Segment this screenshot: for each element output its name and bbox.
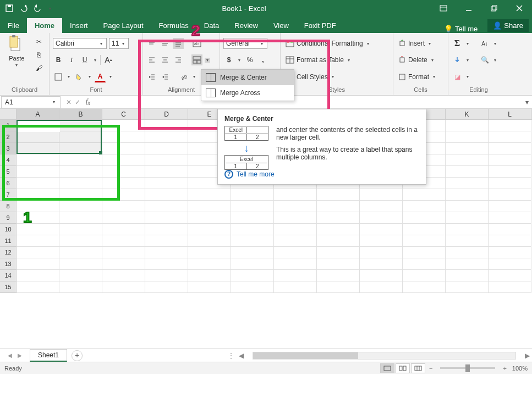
row-header-7[interactable]: 7	[0, 189, 17, 201]
cell-D2[interactable]	[145, 131, 188, 143]
row-header-10[interactable]: 10	[0, 224, 17, 235]
col-header-C[interactable]: C	[102, 109, 145, 119]
underline-button[interactable]: U	[79, 54, 90, 65]
decrease-indent-icon[interactable]	[146, 71, 157, 82]
cell-C3[interactable]	[102, 143, 145, 154]
cell-H8[interactable]	[317, 201, 360, 212]
tab-home[interactable]: Home	[27, 18, 62, 33]
cell-I8[interactable]	[360, 201, 403, 212]
cell-F10[interactable]	[231, 224, 274, 235]
cell-J13[interactable]	[403, 258, 446, 270]
cell-A3[interactable]	[17, 143, 59, 154]
cell-G12[interactable]	[274, 247, 317, 258]
cell-H14[interactable]	[317, 270, 360, 281]
align-top-icon[interactable]	[146, 38, 157, 49]
col-header-D[interactable]: D	[145, 109, 188, 119]
zoom-thumb[interactable]	[465, 364, 470, 372]
number-format-select[interactable]: General▾	[223, 38, 267, 49]
cell-B13[interactable]	[59, 258, 102, 270]
cell-L8[interactable]	[489, 201, 531, 212]
cell-I14[interactable]	[360, 270, 403, 281]
cell-B12[interactable]	[59, 247, 102, 258]
orientation-icon[interactable]: ab	[178, 71, 189, 82]
font-name-select[interactable]: Calibri▾	[53, 38, 107, 49]
col-header-L[interactable]: L	[489, 109, 531, 119]
cell-K1[interactable]	[446, 120, 489, 131]
cell-B1[interactable]	[59, 120, 102, 131]
row-header-13[interactable]: 13	[0, 258, 17, 270]
align-bottom-icon[interactable]	[173, 38, 184, 49]
cell-styles-button[interactable]: Cell Styles▾	[284, 71, 390, 82]
tab-page-layout[interactable]: Page Layout	[96, 18, 151, 33]
cell-I9[interactable]	[360, 212, 403, 224]
cell-D3[interactable]	[145, 143, 188, 154]
cell-L1[interactable]	[489, 120, 531, 131]
cell-L13[interactable]	[489, 258, 531, 270]
row-header-4[interactable]: 4	[0, 154, 17, 166]
clear-icon[interactable]: ◪	[452, 71, 463, 82]
merge-center-button[interactable]	[191, 54, 202, 65]
cell-H7[interactable]	[317, 189, 360, 201]
col-header-K[interactable]: K	[446, 109, 489, 119]
row-header-15[interactable]: 15	[0, 281, 17, 293]
cell-C6[interactable]	[102, 178, 145, 189]
cell-C2[interactable]	[102, 131, 145, 143]
percent-format-icon[interactable]: %	[244, 54, 255, 65]
cell-K3[interactable]	[446, 143, 489, 154]
maximize-icon[interactable]	[481, 0, 507, 16]
sort-filter-icon[interactable]: A↓	[479, 38, 490, 49]
cell-L15[interactable]	[489, 281, 531, 293]
undo-icon[interactable]	[19, 3, 29, 13]
accounting-format-icon[interactable]: $	[223, 54, 234, 65]
cell-C1[interactable]	[102, 120, 145, 131]
cell-A6[interactable]	[17, 178, 59, 189]
cell-A1[interactable]	[17, 120, 59, 131]
cell-E13[interactable]	[188, 258, 231, 270]
cell-D7[interactable]	[145, 189, 188, 201]
fx-icon[interactable]: fx	[86, 97, 94, 106]
cell-I10[interactable]	[360, 224, 403, 235]
increase-font-icon[interactable]: A▴	[103, 54, 114, 65]
cell-A13[interactable]	[17, 258, 59, 270]
normal-view-icon[interactable]	[380, 363, 394, 373]
cell-H11[interactable]	[317, 235, 360, 247]
cell-A4[interactable]	[17, 154, 59, 166]
sort-filter-dropdown[interactable]: ▾	[492, 41, 498, 46]
format-painter-icon[interactable]: 🖌	[34, 63, 45, 74]
align-right-icon[interactable]	[173, 54, 184, 65]
cell-F9[interactable]	[231, 212, 274, 224]
cell-L2[interactable]	[489, 131, 531, 143]
copy-icon[interactable]: ⎘	[34, 49, 45, 60]
cell-L4[interactable]	[489, 154, 531, 166]
hscroll-left-icon[interactable]: ◀	[237, 352, 246, 360]
cell-A14[interactable]	[17, 270, 59, 281]
tell-me-search[interactable]: 💡 Tell me	[437, 25, 484, 33]
cell-J15[interactable]	[403, 281, 446, 293]
fill-color-dropdown[interactable]: ▾	[87, 74, 92, 79]
font-color-dropdown[interactable]: ▾	[108, 74, 113, 79]
cell-B15[interactable]	[59, 281, 102, 293]
row-header-3[interactable]: 3	[0, 143, 17, 154]
cell-G13[interactable]	[274, 258, 317, 270]
expand-formula-bar-icon[interactable]: ▾	[522, 98, 532, 106]
cell-C8[interactable]	[102, 201, 145, 212]
cell-B4[interactable]	[59, 154, 102, 166]
row-header-9[interactable]: 9	[0, 212, 17, 224]
cell-D8[interactable]	[145, 201, 188, 212]
zoom-in-icon[interactable]: +	[500, 365, 509, 372]
menu-merge-across[interactable]: Merge Across	[201, 85, 294, 101]
minimize-icon[interactable]	[456, 0, 481, 16]
align-left-icon[interactable]	[146, 54, 157, 65]
cell-I15[interactable]	[360, 281, 403, 293]
format-as-table-button[interactable]: Format as Table▾	[284, 54, 390, 65]
row-header-6[interactable]: 6	[0, 178, 17, 189]
col-header-A[interactable]: A	[17, 109, 59, 119]
fill-color-button[interactable]	[74, 71, 85, 82]
tab-foxit-pdf[interactable]: Foxit PDF	[297, 18, 344, 33]
cell-H12[interactable]	[317, 247, 360, 258]
find-select-icon[interactable]: 🔍	[479, 54, 490, 65]
cell-D11[interactable]	[145, 235, 188, 247]
cell-G11[interactable]	[274, 235, 317, 247]
cell-D15[interactable]	[145, 281, 188, 293]
cell-D13[interactable]	[145, 258, 188, 270]
